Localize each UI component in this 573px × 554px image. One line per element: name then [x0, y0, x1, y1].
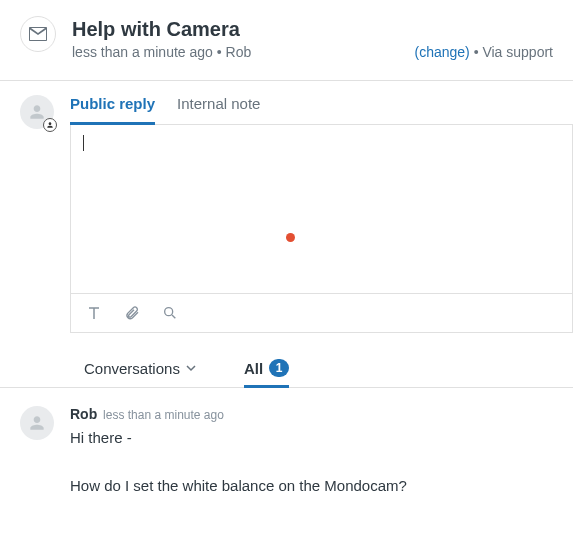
- mail-icon: [29, 27, 47, 41]
- message-row: Rob less than a minute ago Hi there - Ho…: [0, 388, 573, 498]
- svg-point-0: [165, 308, 173, 316]
- message-timestamp: less than a minute ago: [103, 408, 224, 422]
- message-body: Hi there - How do I set the white balanc…: [70, 426, 553, 498]
- chevron-down-icon: [186, 363, 196, 373]
- text-caret: [83, 135, 84, 151]
- text-format-icon[interactable]: [85, 304, 103, 322]
- message-author: Rob: [70, 406, 97, 422]
- person-icon: [27, 413, 47, 433]
- editor-toolbar: [71, 293, 572, 332]
- channel-icon-wrap: [20, 16, 56, 52]
- reply-textarea[interactable]: [71, 125, 572, 293]
- search-icon[interactable]: [161, 304, 179, 322]
- tab-public-reply[interactable]: Public reply: [70, 95, 155, 125]
- agent-avatar: [20, 95, 54, 129]
- conversations-dropdown[interactable]: Conversations: [84, 360, 196, 377]
- ticket-channel: (change) • Via support: [414, 44, 553, 60]
- message-header: Rob less than a minute ago: [70, 406, 553, 422]
- ticket-meta: less than a minute ago • Rob: [72, 44, 251, 60]
- person-icon-small: [46, 121, 54, 129]
- reply-tabs: Public reply Internal note: [70, 95, 573, 125]
- reply-editor: [70, 125, 573, 333]
- tab-internal-note[interactable]: Internal note: [177, 95, 260, 125]
- ticket-title: Help with Camera: [72, 16, 553, 42]
- requester-avatar: [20, 406, 54, 440]
- person-icon: [27, 102, 47, 122]
- ticket-header: Help with Camera less than a minute ago …: [0, 0, 573, 72]
- red-dot-indicator: [286, 233, 295, 242]
- filter-all-tab[interactable]: All 1: [244, 359, 289, 388]
- attachment-icon[interactable]: [123, 304, 141, 322]
- agent-badge-icon: [43, 118, 57, 132]
- count-badge: 1: [269, 359, 289, 377]
- change-link[interactable]: (change): [414, 44, 469, 60]
